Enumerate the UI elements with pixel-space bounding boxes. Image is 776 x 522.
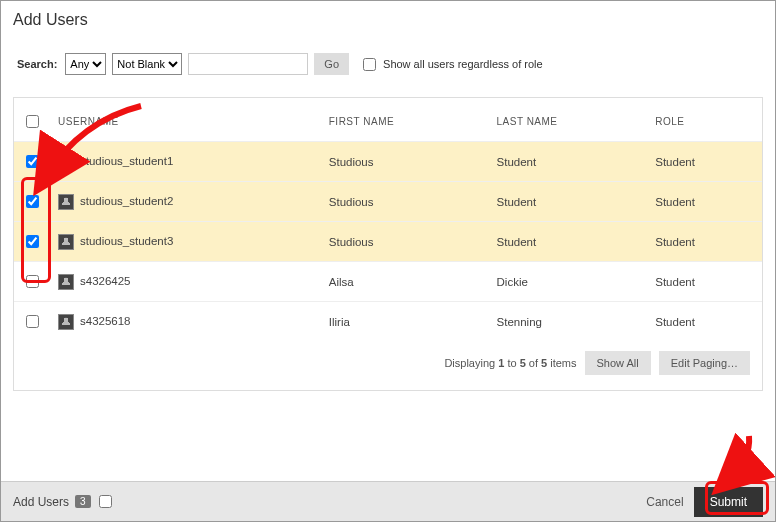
pager: Displaying 1 to 5 of 5 items Show All Ed… [14, 341, 762, 385]
cell-firstname: Studious [321, 142, 489, 182]
selected-count-badge: 3 [75, 495, 91, 508]
cell-lastname: Student [489, 222, 648, 262]
avatar-icon [58, 314, 74, 330]
cell-role: Student [647, 262, 762, 302]
cell-firstname: Studious [321, 222, 489, 262]
cell-lastname: Student [489, 182, 648, 222]
cancel-button[interactable]: Cancel [646, 495, 683, 509]
search-input[interactable] [188, 53, 308, 75]
search-bar: Search: Any Not Blank Go Show all users … [1, 35, 775, 85]
show-all-button[interactable]: Show All [585, 351, 651, 375]
avatar-icon [58, 274, 74, 290]
footer-label: Add Users [13, 495, 69, 509]
table-row[interactable]: s4326425AilsaDickieStudent [14, 262, 762, 302]
cell-firstname: Ailsa [321, 262, 489, 302]
col-lastname[interactable]: LAST NAME [489, 98, 648, 142]
col-role[interactable]: ROLE [647, 98, 762, 142]
avatar-icon [58, 234, 74, 250]
show-all-label: Show all users regardless of role [383, 58, 543, 70]
cell-username: s4326425 [80, 275, 131, 287]
avatar-icon [58, 194, 74, 210]
row-checkbox[interactable] [26, 235, 39, 248]
pager-text: Displaying 1 to 5 of 5 items [444, 357, 576, 369]
cell-lastname: Stenning [489, 302, 648, 342]
cell-role: Student [647, 222, 762, 262]
cell-role: Student [647, 182, 762, 222]
annotation-arrow-to-checkboxes [41, 101, 161, 191]
cell-username: s4325618 [80, 315, 131, 327]
col-firstname[interactable]: FIRST NAME [321, 98, 489, 142]
search-field-select[interactable]: Any [65, 53, 106, 75]
go-button[interactable]: Go [314, 53, 349, 75]
select-all-checkbox[interactable] [26, 115, 39, 128]
show-all-checkbox[interactable] [363, 58, 376, 71]
footer: Add Users 3 Cancel Submit [1, 481, 775, 521]
table-row[interactable]: studious_student3StudiousStudentStudent [14, 222, 762, 262]
cell-lastname: Student [489, 142, 648, 182]
row-checkbox[interactable] [26, 195, 39, 208]
annotation-arrow-to-submit [701, 431, 761, 491]
page-title: Add Users [1, 1, 775, 35]
footer-checkbox[interactable] [99, 495, 112, 508]
search-label: Search: [17, 58, 57, 70]
table-row[interactable]: s4325618IliriaStenningStudent [14, 302, 762, 342]
cell-lastname: Dickie [489, 262, 648, 302]
cell-username: studious_student2 [80, 195, 173, 207]
cell-firstname: Studious [321, 182, 489, 222]
cell-firstname: Iliria [321, 302, 489, 342]
submit-button[interactable]: Submit [694, 487, 763, 517]
row-checkbox[interactable] [26, 155, 39, 168]
cell-role: Student [647, 302, 762, 342]
row-checkbox[interactable] [26, 275, 39, 288]
cell-username: studious_student3 [80, 235, 173, 247]
search-op-select[interactable]: Not Blank [112, 53, 182, 75]
row-checkbox[interactable] [26, 315, 39, 328]
edit-paging-button[interactable]: Edit Paging… [659, 351, 750, 375]
cell-role: Student [647, 142, 762, 182]
